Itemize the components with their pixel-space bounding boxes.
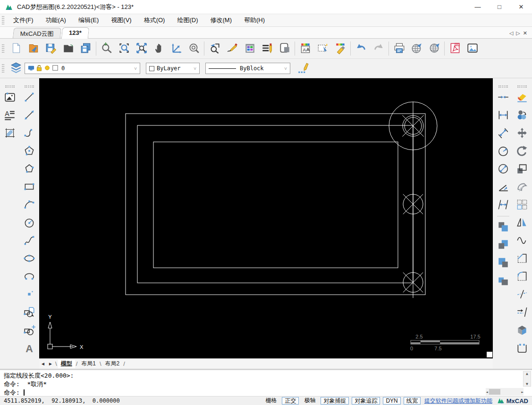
- zoom-scale-button[interactable]: [168, 40, 185, 58]
- feedback-link[interactable]: 提交软件问题或增加新功能: [424, 397, 492, 405]
- pan-button[interactable]: [150, 40, 168, 58]
- toggle-6[interactable]: DYN: [383, 397, 400, 405]
- chevron-down-icon[interactable]: ˅: [191, 66, 199, 71]
- export-image-button[interactable]: [464, 40, 481, 58]
- save-as-button[interactable]: [77, 40, 94, 58]
- raster-image-button[interactable]: [1, 89, 18, 107]
- redo-button[interactable]: [370, 40, 387, 58]
- polyline-button[interactable]: [21, 124, 38, 142]
- dim-continue-button[interactable]: [495, 196, 512, 214]
- polygon-button[interactable]: [21, 142, 38, 160]
- zoom-extents-button[interactable]: [133, 40, 150, 58]
- zoom-window-button[interactable]: [115, 40, 133, 58]
- prev-tab-button[interactable]: ◁: [509, 30, 513, 36]
- spline-button[interactable]: [21, 232, 38, 250]
- layout-tab-3[interactable]: 布局2: [102, 359, 123, 368]
- menu-3[interactable]: 编辑(E): [72, 14, 105, 26]
- line-button[interactable]: [21, 89, 38, 107]
- create-block-button[interactable]: [21, 322, 38, 339]
- layout-tab-2[interactable]: 布局1: [78, 359, 99, 368]
- scrollbar-thumb[interactable]: [489, 389, 500, 395]
- xline-button[interactable]: [21, 107, 38, 124]
- fillet-button[interactable]: [514, 268, 531, 286]
- linetype-combo[interactable]: ByBlock ˅: [205, 63, 290, 74]
- draworder-above-button[interactable]: [495, 254, 512, 272]
- chevron-down-icon[interactable]: ˅: [281, 66, 290, 71]
- undo-button[interactable]: [352, 40, 370, 58]
- draworder-back-button[interactable]: [495, 236, 512, 254]
- point-button[interactable]: [21, 286, 38, 304]
- export-pdf-button[interactable]: PDF: [446, 40, 464, 58]
- sheet-next-button[interactable]: ►: [47, 361, 54, 366]
- menu-7[interactable]: 修改(M): [204, 14, 238, 26]
- command-window[interactable]: 指定线段长度<20.000>:命令: *取消*命令: ▲ ▼ ◄ ►: [0, 369, 532, 396]
- regular-polygon-button[interactable]: [21, 160, 38, 178]
- new-file-button[interactable]: [7, 40, 25, 58]
- toggle-7[interactable]: 线宽: [404, 397, 421, 405]
- move-button[interactable]: [514, 124, 531, 142]
- maximize-button[interactable]: □: [489, 0, 510, 14]
- chamfer-button[interactable]: [514, 250, 531, 268]
- dim-linear-button[interactable]: [495, 107, 512, 124]
- insert-block-button[interactable]: [21, 304, 38, 322]
- print-button[interactable]: [390, 40, 408, 58]
- save-button[interactable]: [42, 40, 59, 58]
- close-tab-button[interactable]: ✕: [523, 30, 527, 36]
- break-button[interactable]: [514, 286, 531, 304]
- text-button[interactable]: A: [21, 339, 38, 357]
- draworder-under-button[interactable]: [495, 272, 512, 290]
- rotate-button[interactable]: [514, 142, 531, 160]
- zoom-center-button[interactable]: [185, 40, 203, 58]
- hatch-button[interactable]: [1, 124, 18, 142]
- document-tab-1[interactable]: MxCAD云图: [13, 28, 61, 38]
- menu-4[interactable]: 视图(V): [105, 14, 137, 26]
- text-style-button[interactable]: A: [296, 40, 314, 58]
- ellipse-button[interactable]: [21, 250, 38, 268]
- dim-diameter-button[interactable]: [495, 160, 512, 178]
- curve-button[interactable]: [514, 232, 531, 250]
- edit-pencil-button[interactable]: [294, 60, 312, 77]
- document-tab-2[interactable]: 123*: [61, 27, 89, 39]
- open-folder-button[interactable]: [59, 40, 77, 58]
- page-setup-button[interactable]: [276, 40, 293, 58]
- mirror-button[interactable]: [514, 214, 531, 232]
- menu-6[interactable]: 绘图(D): [171, 14, 204, 26]
- publish-web-button[interactable]: [408, 40, 425, 58]
- toggle-5[interactable]: 对象追踪: [352, 397, 380, 405]
- dim-aligned-button[interactable]: [495, 124, 512, 142]
- scroll-right-icon[interactable]: ►: [521, 390, 524, 394]
- dim-radius-button[interactable]: [495, 142, 512, 160]
- lengthen-button[interactable]: [514, 304, 531, 322]
- arc-button[interactable]: [21, 196, 38, 214]
- menu-1[interactable]: 文件(F): [7, 14, 40, 26]
- color-palette-button[interactable]: [241, 40, 258, 58]
- scroll-up-icon[interactable]: ▲: [526, 372, 528, 376]
- toggle-1[interactable]: 栅格: [263, 397, 279, 405]
- close-button[interactable]: ✕: [510, 0, 532, 14]
- drawing-canvas[interactable]: YX2.517.507.5: [39, 78, 493, 358]
- circle-button[interactable]: [21, 214, 38, 232]
- menu-8[interactable]: 帮助(H): [238, 14, 271, 26]
- quick-select-button[interactable]: [314, 40, 331, 58]
- menu-5[interactable]: 格式(O): [138, 14, 171, 26]
- toggle-3[interactable]: 极轴: [302, 397, 318, 405]
- array-button[interactable]: [514, 196, 531, 214]
- offset-button[interactable]: [514, 178, 531, 196]
- scroll-left-icon[interactable]: ◄: [486, 390, 488, 394]
- match-properties-button[interactable]: [331, 40, 349, 58]
- command-horizontal-scrollbar[interactable]: ◄ ►: [486, 388, 524, 396]
- erase-button[interactable]: [514, 89, 531, 107]
- layer-combo[interactable]: 0 ˅: [25, 63, 140, 74]
- color-combo[interactable]: ByLayer ˅: [146, 63, 200, 74]
- command-vertical-scrollbar[interactable]: ▲ ▼: [523, 371, 531, 387]
- pedit-button[interactable]: [514, 339, 531, 357]
- rectangle-button[interactable]: [21, 178, 38, 196]
- toggle-4[interactable]: 对象捕捉: [321, 397, 349, 405]
- chevron-down-icon[interactable]: ˅: [131, 66, 140, 71]
- scroll-down-icon[interactable]: ▼: [526, 382, 528, 386]
- mtext-button[interactable]: A: [1, 107, 18, 124]
- layer-manager-button[interactable]: [7, 60, 25, 77]
- zoom-previous-button[interactable]: [206, 40, 223, 58]
- sheet-prev-button[interactable]: ◄: [39, 361, 47, 366]
- scale-button[interactable]: [514, 160, 531, 178]
